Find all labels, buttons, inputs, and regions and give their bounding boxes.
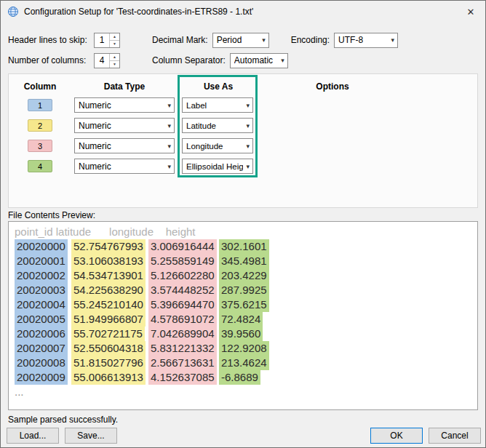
number-of-columns-spinner[interactable]: 4 ▲ ▼ [94,53,120,68]
preview-longitude: 4.152637085 [148,370,217,385]
data-type-select[interactable]: Numeric ▾ [74,97,175,113]
preview-latitude: 55.245210140 [71,297,146,312]
preview-file-header: point_id latitude longitude height [15,225,471,239]
preview-point-id: 20020001 [15,254,68,268]
preview-label: File Contents Preview: [8,210,95,220]
settings-row-1: Header lines to skip: 1 ▲ ▼ Decimal Mark… [8,32,398,48]
use-as-value: Longitude [186,142,223,151]
preview-height: 287.9925 [219,283,269,297]
preview-row: 20020004 55.245210140 5.396694470 375.62… [15,297,471,312]
preview-point-id: 20020003 [15,283,68,297]
spin-down-icon[interactable]: ▼ [110,61,119,68]
data-type-value: Numeric [79,141,111,151]
preview-latitude: 53.106038193 [71,254,146,268]
load-button[interactable]: Load... [7,428,59,444]
data-type-value: Numeric [79,100,111,111]
chevron-down-icon: ▾ [167,102,171,109]
data-type-header: Data Type [74,81,175,92]
column-config-row: 3 Numeric ▾ Longitude ▾ [28,138,253,153]
ok-button[interactable]: OK [370,428,423,444]
use-as-select[interactable]: Latitude ▾ [182,118,253,133]
preview-latitude: 52.754767993 [71,239,146,254]
header-lines-value: 1 [95,33,109,47]
preview-latitude: 55.702721175 [71,327,145,341]
column-separator-select[interactable]: Automatic ▾ [230,53,288,68]
column-number-badge: 3 [28,140,52,152]
titlebar: Configuration Setup for 'Test-coordinate… [1,1,485,23]
number-of-columns-value: 4 [95,54,109,68]
preview-ellipsis: ... [15,385,471,399]
column-header: Column [17,81,63,92]
data-type-value: Numeric [79,121,111,131]
chevron-down-icon: ▾ [246,163,250,170]
chevron-down-icon: ▾ [391,36,395,44]
options-header: Options [278,81,387,92]
data-type-select[interactable]: Numeric ▾ [74,118,175,133]
decimal-mark-select[interactable]: Period ▾ [212,33,269,48]
column-config-row: 2 Numeric ▾ Latitude ▾ [28,118,253,133]
file-contents-preview[interactable]: point_id latitude longitude height 20020… [8,221,478,410]
column-config-rows: 1 Numeric ▾ Label ▾ 2 Numeric ▾ [28,97,253,179]
use-as-select[interactable]: Label ▾ [182,97,253,113]
header-lines-label: Header lines to skip: [8,35,94,45]
preview-point-id: 20020008 [15,356,68,370]
preview-longitude: 5.255859149 [148,254,217,268]
header-lines-spinner[interactable]: 1 ▲ ▼ [94,33,120,48]
cancel-button[interactable]: Cancel [429,428,481,444]
chevron-down-icon: ▾ [167,163,171,170]
column-number-badge: 2 [28,119,52,132]
spinner-buttons: ▲ ▼ [109,33,119,47]
chevron-down-icon: ▾ [281,57,284,64]
status-text: Sample parsed successfully. [8,415,118,425]
preview-row: 20020009 55.006613913 4.152637085 -6.868… [15,370,471,385]
preview-point-id: 20020009 [15,370,68,385]
encoding-label: Encoding: [291,35,330,45]
chevron-down-icon: ▾ [262,36,266,44]
preview-longitude: 7.042689904 [148,327,217,341]
data-type-select[interactable]: Numeric ▾ [74,138,175,153]
decimal-mark-value: Period [217,35,242,45]
chevron-down-icon: ▾ [167,143,171,150]
preview-latitude: 54.225638290 [71,283,146,297]
chevron-down-icon: ▾ [167,122,171,129]
encoding-value: UTF-8 [338,35,363,45]
preview-longitude: 5.126602280 [148,268,217,283]
spin-down-icon[interactable]: ▼ [110,41,119,47]
window-title: Configuration Setup for 'Test-coordinate… [24,7,253,17]
data-type-value: Numeric [79,161,111,172]
use-as-select[interactable]: Longitude ▾ [182,138,253,153]
preview-point-id: 20020000 [15,239,68,254]
settings-row-2: Number of columns: 4 ▲ ▼ Column Separato… [8,52,288,68]
number-of-columns-label: Number of columns: [8,55,94,65]
preview-longitude: 4.578691072 [148,312,217,327]
data-type-select[interactable]: Numeric ▾ [74,159,175,174]
preview-height: -6.8689 [219,370,260,385]
spin-up-icon[interactable]: ▲ [110,33,119,41]
chevron-down-icon: ▾ [246,102,250,109]
encoding-select[interactable]: UTF-8 ▾ [334,33,398,48]
preview-height: 122.9208 [219,341,269,356]
column-number-badge: 1 [28,99,52,111]
close-icon[interactable]: ✕ [456,1,485,23]
preview-longitude: 3.006916444 [148,239,217,254]
preview-height: 213.4624 [219,356,269,370]
preview-latitude: 52.550604318 [71,341,146,356]
preview-row: 20020001 53.106038193 5.255859149 345.49… [15,254,471,268]
spinner-buttons: ▲ ▼ [109,54,119,68]
columns-config-panel: Column Data Type Use As Options 1 Numeri… [8,73,478,208]
preview-point-id: 20020007 [15,341,68,356]
decimal-mark-label: Decimal Mark: [152,35,208,45]
spin-up-icon[interactable]: ▲ [110,54,119,61]
preview-longitude: 5.396694470 [148,297,217,312]
save-button[interactable]: Save... [65,428,117,444]
column-number-badge: 4 [28,160,52,172]
preview-row: 20020006 55.702721175 7.042689904 39.956… [15,327,471,341]
preview-height: 72.4824 [219,312,263,327]
preview-point-id: 20020004 [15,297,68,312]
preview-latitude: 51.949966807 [71,312,146,327]
preview-latitude: 55.006613913 [71,370,146,385]
use-as-select[interactable]: Ellipsoidal Height ▾ [182,159,253,174]
use-as-value: Ellipsoidal Height [186,162,243,171]
preview-row: 20020005 51.949966807 4.578691072 72.482… [15,312,471,327]
preview-height: 345.4981 [219,254,269,268]
